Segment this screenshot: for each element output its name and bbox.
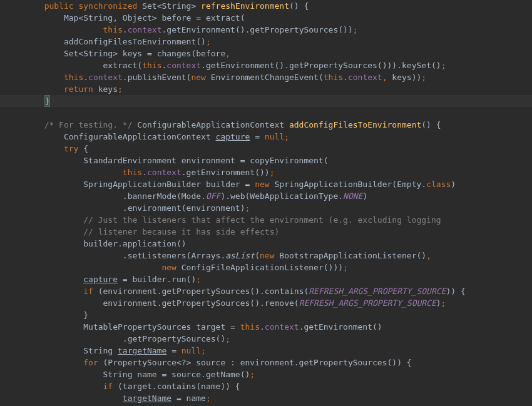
code-line[interactable]: this.context.getEnvironment().getPropert… (0, 24, 532, 36)
code-token: keys (98, 84, 118, 94)
code-token: ( (255, 251, 260, 260)
code-token: this (324, 73, 343, 82)
code-token: SpringApplicationBuilder builder = (83, 180, 255, 189)
code-line[interactable]: String name = source.getName(); (0, 368, 532, 380)
code-line[interactable]: .bannerMode(Mode.OFF).web(WebApplication… (0, 190, 532, 202)
code-token: context (128, 25, 162, 34)
code-token: capture (83, 275, 118, 284)
code-line[interactable]: addConfigFilesToEnvironment(); (0, 36, 532, 48)
code-token: String (83, 346, 118, 355)
code-token: ; (250, 370, 255, 379)
code-line[interactable]: targetName = name; (0, 392, 532, 404)
code-token: MutablePropertySources target = (83, 322, 240, 332)
code-token: context (265, 322, 299, 332)
code-token: Set<String> (142, 1, 201, 11)
code-token: extract( (103, 61, 143, 70)
code-token: capture (216, 132, 250, 141)
code-line[interactable]: extract(this.context.getEnvironment().ge… (0, 59, 532, 71)
code-line[interactable]: return keys; (0, 83, 532, 95)
code-line[interactable]: /* For testing. */ ConfigurableApplicati… (0, 119, 532, 131)
code-line[interactable]: } (0, 309, 532, 321)
code-token: = (166, 346, 181, 355)
code-token: (PropertySource<?> source : environment.… (103, 358, 412, 367)
code-line[interactable]: this.context.getEnvironment()); (0, 166, 532, 178)
code-line[interactable]: .getPropertySources(); (0, 333, 532, 345)
code-token: addConfigFilesToEnvironment (289, 120, 421, 129)
code-token: = name (171, 393, 206, 403)
code-line[interactable]: try { (0, 143, 532, 155)
code-token: () { (289, 1, 309, 11)
code-token: ; (118, 84, 123, 94)
code-token: ; (225, 334, 230, 343)
code-token: if (103, 382, 118, 391)
code-token: /* For testing. */ (44, 120, 133, 129)
code-token: , (426, 251, 431, 260)
code-token: (environment.getPropertySources().contai… (98, 287, 309, 296)
code-token: REFRESH_ARGS_PROPERTY_SOURCE (299, 298, 436, 308)
code-token: targetName (118, 346, 166, 355)
code-token: synchronized (78, 1, 142, 11)
code-token: new (191, 73, 210, 82)
code-token: this (142, 61, 161, 70)
code-token: . (260, 322, 265, 332)
code-line[interactable]: SpringApplicationBuilder builder = new S… (0, 178, 532, 190)
code-token: new (161, 263, 181, 272)
code-token: .getEnvironment().getPropertySources()))… (201, 61, 441, 70)
code-line[interactable]: String targetName = null; (0, 345, 532, 357)
code-token: SpringApplicationBuilder(Empty. (274, 180, 426, 189)
code-token: builder.application() (83, 239, 186, 248)
code-line[interactable] (0, 107, 532, 119)
code-line[interactable]: if (target.contains(name)) { (0, 380, 532, 392)
code-token: .environment(environment) (123, 203, 245, 213)
code-token: context (88, 73, 123, 82)
code-token: .setListeners(Arrays. (123, 251, 225, 260)
code-line[interactable]: .environment(environment); (0, 202, 532, 214)
code-token: () { (421, 120, 441, 129)
code-token: new (255, 180, 274, 189)
code-token: ; (441, 61, 446, 70)
code-token: try (64, 144, 83, 153)
code-editor[interactable]: public synchronized Set<String> refreshE… (0, 0, 532, 404)
code-token: .getPropertySources() (123, 334, 225, 343)
code-token: ) (436, 298, 441, 308)
code-token: asList (225, 251, 255, 260)
code-token: .getEnvironment().getPropertySources()) (161, 25, 352, 34)
code-line[interactable]: Map<String, Object> before = extract( (0, 12, 532, 24)
code-line[interactable]: ConfigurableApplicationContext capture =… (0, 131, 532, 143)
code-line[interactable]: for (PropertySource<?> source : environm… (0, 357, 532, 368)
code-token: . (142, 168, 147, 177)
code-token: ; (421, 73, 426, 82)
code-token: . (83, 73, 88, 82)
code-line[interactable]: MutablePropertySources target = this.con… (0, 321, 532, 333)
code-line[interactable]: } (0, 95, 532, 107)
code-line[interactable]: .setListeners(Arrays.asList(new Bootstra… (0, 250, 532, 261)
code-token: // listener because it has side effects) (83, 227, 279, 236)
code-line[interactable]: environment.getPropertySources().remove(… (0, 297, 532, 309)
code-token: return (64, 84, 98, 94)
code-line[interactable]: Set<String> keys = changes(before, (0, 48, 532, 59)
code-token: this (103, 25, 123, 34)
code-token: ) (362, 191, 367, 201)
code-token: context (166, 61, 201, 70)
code-line[interactable]: new ConfigFileApplicationListener())); (0, 261, 532, 273)
code-line[interactable]: builder.application() (0, 238, 532, 250)
code-token: , (382, 73, 392, 82)
code-line[interactable]: StandardEnvironment environment = copyEn… (0, 155, 532, 166)
code-token: environment.getPropertySources().remove( (103, 298, 299, 308)
code-line[interactable]: this.context.publishEvent(new Environmen… (0, 71, 532, 83)
code-token: addConfigFilesToEnvironment() (64, 37, 206, 46)
code-line[interactable]: capture = builder.run(); (0, 273, 532, 285)
code-line[interactable]: if (environment.getPropertySources().con… (0, 285, 532, 297)
code-line[interactable]: // Just the listeners that affect the en… (0, 214, 532, 226)
code-token: ; (206, 393, 211, 403)
code-token: this (123, 168, 142, 177)
code-token: this (64, 73, 83, 82)
code-token: // Just the listeners that affect the en… (83, 215, 441, 225)
code-token: refreshEnvironment (201, 1, 289, 11)
code-line[interactable]: public synchronized Set<String> refreshE… (0, 0, 532, 12)
code-token: NONE (343, 191, 362, 201)
code-token: context (348, 73, 382, 82)
code-token: Map<String, Object> before = extract( (64, 13, 245, 23)
code-token: ; (196, 275, 201, 284)
code-line[interactable]: // listener because it has side effects) (0, 226, 532, 238)
